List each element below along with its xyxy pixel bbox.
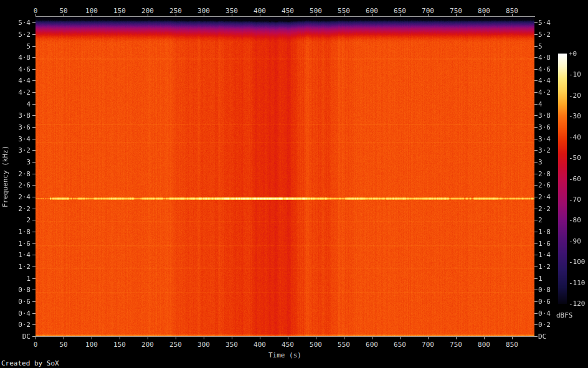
freq-tick-mark-right bbox=[534, 104, 538, 105]
credit-text: Created by SoX bbox=[1, 359, 59, 367]
time-tick-label-top: 850 bbox=[493, 7, 531, 14]
colorbar-tick-label: -100 bbox=[569, 258, 586, 265]
freq-tick-mark-left bbox=[32, 336, 36, 337]
freq-tick-mark-right bbox=[534, 336, 538, 337]
colorbar-tick-label: -30 bbox=[569, 113, 581, 120]
freq-tick-mark-left bbox=[32, 267, 36, 267]
time-tick-mark-bottom bbox=[344, 337, 344, 339]
freq-tick-mark-left bbox=[32, 92, 36, 93]
freq-tick-mark-left bbox=[32, 139, 36, 139]
freq-tick-mark-right bbox=[534, 209, 538, 209]
freq-tick-mark-right bbox=[534, 220, 538, 220]
time-tick-mark-bottom bbox=[204, 337, 204, 339]
freq-tick-mark-right bbox=[534, 232, 538, 232]
freq-tick-mark-right bbox=[534, 324, 538, 325]
colorbar-tick-label: -10 bbox=[569, 71, 581, 78]
colorbar-tick-label: +0 bbox=[569, 50, 577, 57]
freq-tick-mark-right bbox=[534, 115, 538, 116]
colorbar-tick-label: -90 bbox=[569, 238, 581, 245]
freq-tick-mark-right bbox=[534, 69, 538, 70]
freq-tick-mark-right bbox=[534, 127, 538, 128]
freq-tick-mark-right bbox=[534, 197, 538, 197]
colorbar-tick-label: -120 bbox=[569, 300, 586, 307]
freq-tick-mark-left bbox=[32, 255, 36, 255]
time-tick-label-bottom: 850 bbox=[493, 341, 531, 348]
freq-tick-mark-left bbox=[32, 290, 36, 290]
time-tick-mark-bottom bbox=[148, 337, 148, 339]
time-tick-mark-bottom bbox=[400, 337, 401, 339]
freq-tick-mark-right bbox=[534, 57, 538, 58]
colorbar-tick-label: -20 bbox=[569, 92, 581, 99]
top-axis-line bbox=[36, 16, 535, 17]
time-tick-mark-bottom bbox=[456, 337, 457, 339]
colorbar-title: dBFS bbox=[556, 311, 573, 319]
freq-tick-mark-left bbox=[32, 313, 36, 314]
time-tick-mark-bottom bbox=[260, 337, 260, 339]
time-tick-mark-bottom bbox=[428, 337, 429, 339]
time-tick-mark-bottom bbox=[176, 337, 176, 339]
time-tick-mark-bottom bbox=[232, 337, 232, 339]
y-axis-title: Frequency (kHz) bbox=[1, 17, 10, 336]
freq-tick-mark-left bbox=[32, 197, 36, 197]
freq-tick-mark-right bbox=[534, 267, 538, 267]
freq-tick-mark-right bbox=[534, 162, 538, 163]
freq-tick-label-right: 5·2 bbox=[538, 31, 564, 38]
freq-tick-mark-right bbox=[534, 92, 538, 93]
freq-tick-mark-left bbox=[32, 278, 36, 279]
time-tick-mark-bottom bbox=[372, 337, 372, 339]
bottom-axis-line bbox=[36, 336, 535, 337]
time-tick-mark-bottom bbox=[92, 337, 92, 339]
freq-tick-label-right: 0·2 bbox=[538, 321, 564, 328]
freq-tick-mark-left bbox=[32, 220, 36, 220]
freq-tick-label-right: 5·4 bbox=[538, 19, 564, 26]
colorbar-tick-label: -70 bbox=[569, 196, 581, 203]
freq-tick-mark-right bbox=[534, 139, 538, 139]
freq-tick-mark-right bbox=[534, 255, 538, 255]
freq-tick-mark-left bbox=[32, 162, 36, 163]
sox-spectrogram-window: 0050501001001501502002002502503003003503… bbox=[0, 0, 588, 368]
freq-tick-mark-left bbox=[32, 80, 36, 81]
freq-tick-mark-left bbox=[32, 57, 36, 58]
x-axis-title: Time (s) bbox=[36, 351, 534, 359]
colorbar bbox=[558, 54, 567, 304]
freq-tick-mark-right bbox=[534, 185, 538, 186]
freq-tick-mark-left bbox=[32, 150, 36, 151]
freq-tick-mark-left bbox=[32, 232, 36, 232]
freq-tick-mark-left bbox=[32, 243, 36, 244]
time-tick-mark-bottom bbox=[120, 337, 120, 339]
freq-tick-mark-left bbox=[32, 46, 36, 47]
freq-tick-mark-right bbox=[534, 150, 538, 151]
freq-tick-mark-right bbox=[534, 22, 538, 23]
freq-tick-label-right: 5 bbox=[538, 43, 564, 50]
colorbar-tick-label: -40 bbox=[569, 134, 581, 141]
freq-tick-mark-right bbox=[534, 243, 538, 244]
freq-tick-mark-right bbox=[534, 278, 538, 279]
freq-tick-mark-left bbox=[32, 22, 36, 23]
freq-tick-mark-right bbox=[534, 80, 538, 81]
freq-tick-mark-left bbox=[32, 324, 36, 325]
freq-tick-mark-right bbox=[534, 301, 538, 302]
time-tick-mark-bottom bbox=[288, 337, 288, 339]
freq-tick-mark-left bbox=[32, 185, 36, 186]
freq-tick-mark-right bbox=[534, 34, 538, 35]
time-tick-mark-bottom bbox=[64, 337, 64, 339]
freq-tick-mark-right bbox=[534, 290, 538, 290]
freq-tick-mark-left bbox=[32, 69, 36, 70]
freq-tick-mark-left bbox=[32, 127, 36, 128]
colorbar-tick-label: -80 bbox=[569, 217, 581, 224]
freq-tick-mark-left bbox=[32, 209, 36, 209]
freq-tick-mark-right bbox=[534, 174, 538, 174]
freq-tick-label-right: DC bbox=[538, 333, 564, 340]
time-tick-mark-bottom bbox=[484, 337, 485, 339]
freq-tick-mark-left bbox=[32, 301, 36, 302]
freq-tick-mark-left bbox=[32, 34, 36, 35]
time-tick-mark-bottom bbox=[512, 337, 513, 339]
freq-tick-mark-right bbox=[534, 313, 538, 314]
spectrogram-canvas bbox=[36, 17, 534, 336]
freq-tick-mark-left bbox=[32, 104, 36, 105]
freq-tick-mark-left bbox=[32, 174, 36, 174]
time-tick-mark-bottom bbox=[316, 337, 316, 339]
colorbar-tick-label: -110 bbox=[569, 280, 586, 286]
colorbar-tick-label: -60 bbox=[569, 176, 581, 182]
colorbar-tick-label: -50 bbox=[569, 154, 581, 161]
